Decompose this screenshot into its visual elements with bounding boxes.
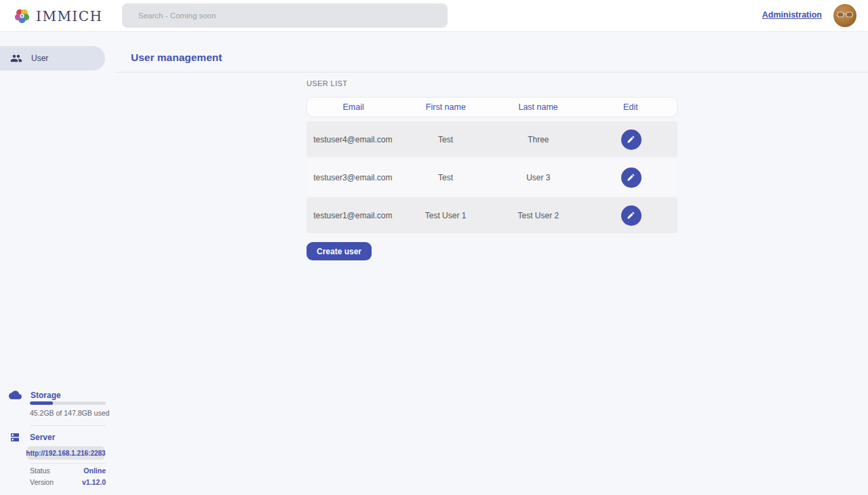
user-avatar[interactable]: [833, 4, 856, 27]
user-last-name: User 3: [492, 173, 585, 182]
column-header-last-name: Last name: [492, 102, 585, 112]
edit-user-button[interactable]: [621, 167, 642, 188]
immich-flower-icon: [13, 7, 31, 25]
sidebar-item-user[interactable]: User: [0, 46, 105, 71]
edit-user-button[interactable]: [621, 205, 642, 226]
server-version-row: Version v1.12.0: [30, 478, 106, 486]
user-first-name: Test User 1: [399, 211, 492, 220]
pencil-icon: [627, 135, 635, 144]
server-icon: [9, 432, 20, 443]
table-row: testuser4@email.com Test Three: [307, 121, 677, 157]
user-last-name: Three: [492, 135, 585, 144]
storage-usage-text: 45.2GB of 147.8GB used: [30, 409, 109, 417]
column-header-first-name: First name: [399, 102, 492, 112]
page-title: User management: [131, 52, 222, 64]
search-input[interactable]: [122, 12, 448, 20]
user-first-name: Test: [399, 173, 492, 182]
status-label: Status: [30, 467, 50, 475]
table-row: testuser1@email.com Test User 1 Test Use…: [307, 197, 677, 233]
edit-user-button[interactable]: [621, 130, 642, 150]
user-table-header: Email First name Last name Edit: [307, 97, 677, 117]
title-divider: [116, 72, 868, 73]
user-email: testuser1@email.com: [307, 211, 399, 220]
people-icon: [10, 52, 22, 64]
sidebar-item-label: User: [31, 54, 48, 63]
user-email: testuser4@email.com: [307, 135, 399, 144]
server-section-header: Server: [9, 432, 55, 443]
column-header-edit: Edit: [585, 102, 677, 112]
version-label: Version: [30, 478, 54, 486]
storage-title: Storage: [31, 391, 61, 400]
server-status-row: Status Online: [30, 467, 106, 475]
app-logo: IMMICH: [13, 0, 103, 32]
status-value: Online: [83, 467, 106, 475]
cloud-icon: [9, 389, 22, 401]
version-value: v1.12.0: [82, 478, 106, 486]
user-first-name: Test: [399, 135, 492, 144]
create-user-button[interactable]: Create user: [307, 242, 372, 260]
administration-link[interactable]: Administration: [762, 10, 822, 20]
user-last-name: Test User 2: [492, 211, 585, 220]
glasses-icon: [837, 12, 853, 18]
server-url-chip: http://192.168.1.216:2283: [27, 446, 104, 460]
user-list-label: USER LIST: [307, 79, 347, 87]
app-title: IMMICH: [36, 8, 103, 24]
sidebar-divider: [30, 425, 106, 426]
top-navbar: IMMICH Administration: [0, 0, 868, 32]
sidebar-divider: [30, 463, 106, 464]
pencil-icon: [627, 173, 635, 182]
storage-progress-bar: [30, 401, 106, 405]
storage-progress-fill: [30, 401, 53, 405]
search-bar[interactable]: [122, 3, 448, 28]
server-title: Server: [30, 433, 55, 442]
sidebar: User Storage 45.2GB of 147.8GB used Serv…: [0, 32, 116, 495]
user-email: testuser3@email.com: [307, 173, 399, 182]
storage-section-header: Storage: [9, 389, 61, 401]
pencil-icon: [627, 211, 635, 220]
table-row: testuser3@email.com Test User 3: [307, 159, 677, 195]
column-header-email: Email: [307, 102, 399, 112]
user-table-body: testuser4@email.com Test Three testuser3…: [307, 121, 677, 235]
